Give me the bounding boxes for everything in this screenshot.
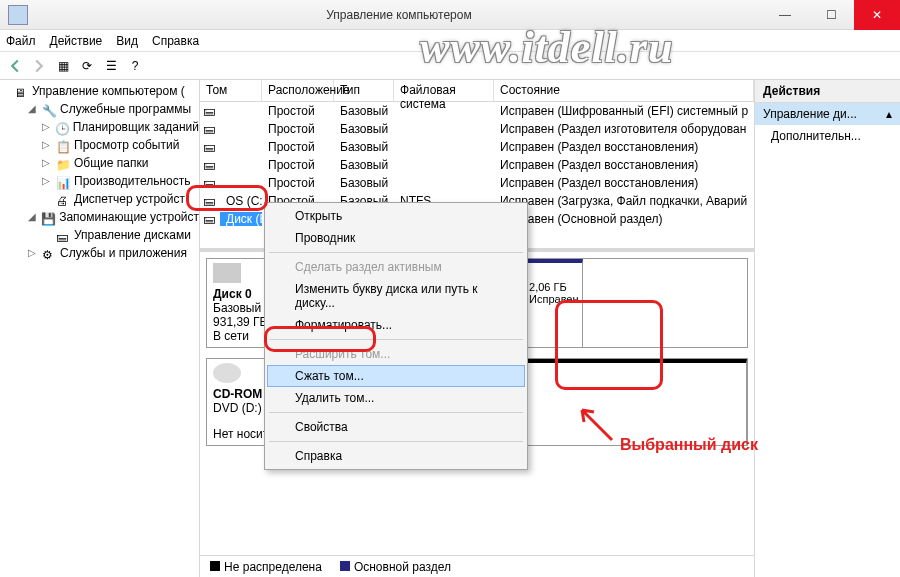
tree-system-tools[interactable]: ◢🔧Служебные программы xyxy=(28,100,199,118)
volume-icon: 🖴 xyxy=(200,176,220,190)
vol-rasp: Простой xyxy=(262,140,334,154)
collapse-icon: ▴ xyxy=(886,107,892,121)
app-icon xyxy=(8,5,28,25)
menu-help[interactable]: Справка xyxy=(152,34,199,48)
legend-unalloc: Не распределена xyxy=(210,560,322,574)
ctx-letter[interactable]: Изменить букву диска или путь к диску... xyxy=(267,278,525,314)
actions-diskmgmt[interactable]: Управление ди...▴ xyxy=(755,103,900,125)
ctx-format[interactable]: Форматировать... xyxy=(267,314,525,336)
menu-file[interactable]: Файл xyxy=(6,34,36,48)
minimize-button[interactable]: — xyxy=(762,0,808,30)
menu-view[interactable]: Вид xyxy=(116,34,138,48)
ctx-props[interactable]: Свойства xyxy=(267,416,525,438)
toolbar-icon[interactable]: ☰ xyxy=(100,55,122,77)
vol-tip: Базовый xyxy=(334,122,394,136)
vol-rasp: Простой xyxy=(262,104,334,118)
volume-row[interactable]: 🖴 Простой Базовый Исправен (Раздел изгот… xyxy=(200,120,754,138)
vol-tom: OS (C:) xyxy=(220,194,262,208)
vol-rasp: Простой xyxy=(262,122,334,136)
toolbar: ▦ ⟳ ☰ ? xyxy=(0,52,900,80)
close-button[interactable]: ✕ xyxy=(854,0,900,30)
back-button[interactable] xyxy=(4,55,26,77)
vol-tom: Диск (E:) xyxy=(220,212,262,226)
volume-icon: 🖴 xyxy=(200,122,220,136)
cdrom-icon xyxy=(213,363,241,383)
tree-services[interactable]: ▷⚙Службы и приложения xyxy=(28,244,199,262)
vol-sost: Исправен (Шифрованный (EFI) системный р xyxy=(494,104,754,118)
partition[interactable]: 2,06 ГБИсправен (Р xyxy=(523,259,583,347)
ctx-shrink[interactable]: Сжать том... xyxy=(267,365,525,387)
tree-diskmgmt[interactable]: 🖴Управление дисками xyxy=(42,226,199,244)
col-tip[interactable]: Тип xyxy=(334,80,394,101)
vol-tip: Базовый xyxy=(334,158,394,172)
col-fs[interactable]: Файловая система xyxy=(394,80,494,101)
vol-sost: Исправен (Раздел восстановления) xyxy=(494,176,754,190)
volume-row[interactable]: 🖴 Простой Базовый Исправен (Шифрованный … xyxy=(200,102,754,120)
actions-header: Действия xyxy=(755,80,900,103)
disk-icon xyxy=(213,263,241,283)
titlebar: Управление компьютером — ☐ ✕ xyxy=(0,0,900,30)
ctx-extend: Расширить том... xyxy=(267,343,525,365)
tree-storage[interactable]: ◢💾Запоминающие устройст xyxy=(28,208,199,226)
volume-icon: 🖴 xyxy=(200,194,220,208)
ctx-explorer[interactable]: Проводник xyxy=(267,227,525,249)
col-sost[interactable]: Состояние xyxy=(494,80,754,101)
vol-rasp: Простой xyxy=(262,176,334,190)
tree-performance[interactable]: ▷📊Производительность xyxy=(42,172,199,190)
vol-sost: Исправен (Загрузка, Файл подкачки, Авари… xyxy=(494,194,754,208)
volume-header: Том Расположение Тип Файловая система Со… xyxy=(200,80,754,102)
volume-row[interactable]: 🖴 Простой Базовый Исправен (Раздел восст… xyxy=(200,174,754,192)
col-rasp[interactable]: Расположение xyxy=(262,80,334,101)
tree-scheduler[interactable]: ▷🕒Планировщик заданий xyxy=(42,118,199,136)
volume-row[interactable]: 🖴 Простой Базовый Исправен (Раздел восст… xyxy=(200,138,754,156)
vol-sost: Исправен (Раздел восстановления) xyxy=(494,158,754,172)
window-title: Управление компьютером xyxy=(36,8,762,22)
vol-sost: Исправен (Раздел восстановления) xyxy=(494,140,754,154)
help-button[interactable]: ? xyxy=(124,55,146,77)
actions-more[interactable]: Дополнительн... xyxy=(755,125,900,147)
ctx-help[interactable]: Справка xyxy=(267,445,525,467)
legend-primary: Основной раздел xyxy=(340,560,451,574)
legend: Не распределена Основной раздел xyxy=(200,555,754,577)
menubar: Файл Действие Вид Справка xyxy=(0,30,900,52)
vol-sost: Исправен (Раздел изготовителя оборудован xyxy=(494,122,754,136)
tree-eventviewer[interactable]: ▷📋Просмотр событий xyxy=(42,136,199,154)
vol-tip: Базовый xyxy=(334,140,394,154)
col-tom[interactable]: Том xyxy=(200,80,262,101)
tree-devicemgr[interactable]: 🖨Диспетчер устройст xyxy=(42,190,199,208)
actions-pane: Действия Управление ди...▴ Дополнительн.… xyxy=(755,80,900,577)
volume-icon: 🖴 xyxy=(200,140,220,154)
tree-root[interactable]: 🖥Управление компьютером ( xyxy=(14,82,199,100)
volume-icon: 🖴 xyxy=(200,158,220,172)
vol-rasp: Простой xyxy=(262,158,334,172)
toolbar-icon[interactable]: ▦ xyxy=(52,55,74,77)
forward-button[interactable] xyxy=(28,55,50,77)
menu-action[interactable]: Действие xyxy=(50,34,103,48)
volume-icon: 🖴 xyxy=(200,212,220,226)
maximize-button[interactable]: ☐ xyxy=(808,0,854,30)
tree-sharedfolders[interactable]: ▷📁Общие папки xyxy=(42,154,199,172)
ctx-open[interactable]: Открыть xyxy=(267,205,525,227)
refresh-button[interactable]: ⟳ xyxy=(76,55,98,77)
volume-icon: 🖴 xyxy=(200,104,220,118)
tree-pane: 🖥Управление компьютером ( ◢🔧Служебные пр… xyxy=(0,80,200,577)
context-menu: Открыть Проводник Сделать раздел активны… xyxy=(264,202,528,470)
vol-sost: Исправен (Основной раздел) xyxy=(494,212,754,226)
ctx-active: Сделать раздел активным xyxy=(267,256,525,278)
vol-tip: Базовый xyxy=(334,176,394,190)
volume-row[interactable]: 🖴 Простой Базовый Исправен (Раздел восст… xyxy=(200,156,754,174)
ctx-delete[interactable]: Удалить том... xyxy=(267,387,525,409)
vol-tip: Базовый xyxy=(334,104,394,118)
